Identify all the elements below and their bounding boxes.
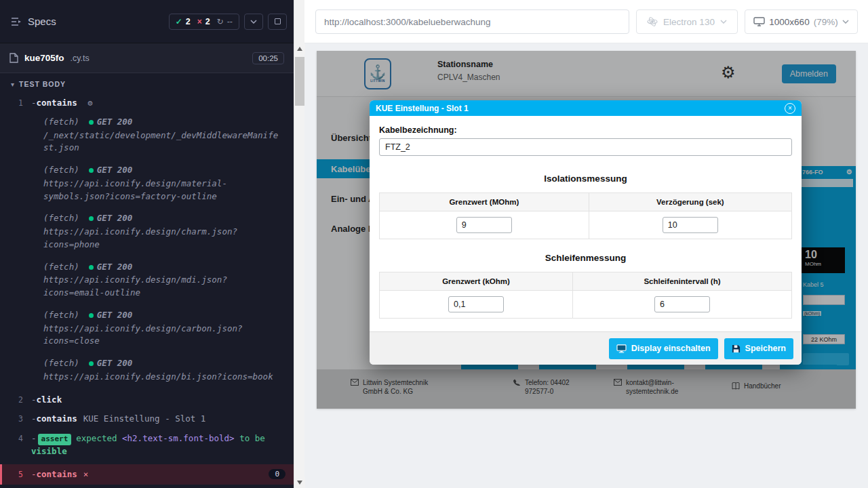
- command-row-assert[interactable]: 4 -assertexpected <h2.text-sm.font-bold>…: [0, 429, 294, 462]
- kue-settings-modal: KUE Einstellung - Slot 1 × Kabelbezeichn…: [370, 100, 802, 365]
- fetch-log-entry[interactable]: (fetch)GET 200 /_next/static/development…: [0, 113, 294, 159]
- chevron-down-icon: ▾: [11, 81, 14, 88]
- line-number: 1: [0, 97, 31, 108]
- scroll-up-button[interactable]: [294, 43, 305, 54]
- save-button[interactable]: Speichern: [724, 338, 793, 359]
- monitor-icon: [753, 17, 765, 26]
- specs-label: Specs: [28, 16, 56, 27]
- isolation-delay-input[interactable]: [663, 217, 718, 233]
- viewport-zoom: (79%): [814, 17, 838, 27]
- line-number: 3: [0, 413, 31, 424]
- chevron-down-icon: [250, 20, 257, 24]
- spec-duration-badge: 00:25: [252, 52, 284, 64]
- status-dot-icon: [89, 361, 94, 366]
- chevron-down-icon: [842, 20, 849, 24]
- scrollbar-thumb[interactable]: [295, 57, 304, 106]
- cross-icon: ×: [197, 17, 202, 26]
- cable-designation-label: Kabelbezeichnung:: [379, 125, 792, 135]
- line-number: 4: [0, 432, 31, 443]
- close-button[interactable]: ×: [785, 103, 795, 114]
- chevron-down-icon: [720, 20, 727, 24]
- close-icon: ×: [788, 105, 792, 112]
- specs-list-icon: [11, 17, 22, 26]
- fetch-log-entry[interactable]: (fetch)GET 200 https://api.iconify.desig…: [0, 161, 294, 207]
- reporter-panel: Specs ✓2 ×2 ↻-- kue705fo .cy.ts 00:25: [0, 0, 294, 488]
- test-stats: ✓2 ×2 ↻--: [169, 14, 239, 30]
- specs-menu[interactable]: Specs: [11, 16, 56, 27]
- loop-heading: Schleifenmessung: [379, 253, 792, 263]
- fetch-log-entry[interactable]: (fetch)GET 200 https://api.iconify.desig…: [0, 258, 294, 304]
- electron-icon: [647, 16, 658, 27]
- failed-count: ×2: [197, 17, 210, 26]
- loop-limit-input[interactable]: [448, 296, 504, 312]
- spec-ext: .cy.ts: [71, 54, 90, 63]
- spec-name: kue705fo: [24, 53, 64, 63]
- status-dot-icon: [89, 120, 94, 125]
- command-row-contains-3[interactable]: 3 -containsKUE Einstellung - Slot 1: [0, 409, 294, 429]
- command-row-contains-failed[interactable]: 5 -contains× 0: [0, 464, 294, 485]
- viewport-size: 1000x660: [769, 17, 809, 27]
- status-dot-icon: [89, 313, 94, 318]
- status-dot-icon: [89, 168, 94, 173]
- aut-toolbar: Electron 130 1000x660 (79%): [304, 0, 868, 43]
- test-body-label: TEST BODY: [19, 80, 66, 88]
- passed-count: ✓2: [176, 17, 191, 26]
- browser-label: Electron 130: [663, 17, 715, 27]
- arrow-down-icon: [297, 481, 302, 485]
- scroll-down-button[interactable]: [294, 477, 305, 488]
- file-icon: [9, 53, 18, 63]
- display-icon: [616, 344, 627, 353]
- isolation-limit-input[interactable]: [456, 217, 512, 233]
- cypress-runner: Specs ✓2 ×2 ↻-- kue705fo .cy.ts 00:25: [0, 0, 868, 488]
- refresh-icon: ↻: [217, 17, 224, 26]
- app-under-test: ⚓ LITTWIN Stationsname CPLV4_Maschen ⚙ A…: [317, 51, 856, 409]
- display-on-button[interactable]: Display einschalten: [609, 338, 718, 359]
- modal-footer: Display einschalten Speichern: [370, 331, 802, 365]
- arrow-up-icon: [297, 47, 302, 51]
- floppy-save-icon: [732, 344, 741, 353]
- url-input[interactable]: [315, 9, 629, 34]
- isolation-col-limit: Grenzwert (MOhm): [380, 193, 589, 211]
- collapse-tests-button[interactable]: [244, 14, 263, 30]
- line-number: 2: [0, 394, 31, 405]
- spec-file-row[interactable]: kue705fo .cy.ts 00:25: [0, 43, 294, 73]
- line-number: 5: [2, 468, 31, 479]
- status-dot-icon: [89, 265, 94, 270]
- isolation-heading: Isolationsmessung: [379, 174, 792, 184]
- command-row-click[interactable]: 2 -click: [0, 390, 294, 410]
- check-icon: ✓: [176, 17, 182, 26]
- viewport-select[interactable]: 1000x660 (79%): [745, 9, 858, 34]
- modal-title: KUE Einstellung - Slot 1: [376, 104, 469, 113]
- fetch-log-entry[interactable]: (fetch)GET 200 https://api.iconify.desig…: [0, 306, 294, 352]
- reporter-scrollbar[interactable]: [294, 0, 304, 488]
- command-log: 1 -contains ⚙ (fetch)GET 200 /_next/stat…: [0, 94, 294, 485]
- test-body-toggle[interactable]: ▾ TEST BODY: [0, 73, 294, 94]
- isolation-col-delay: Verzögerung (sek): [589, 193, 791, 211]
- loop-col-interval: Schleifenintervall (h): [573, 272, 792, 291]
- pending-count: ↻--: [217, 17, 233, 26]
- loop-interval-input[interactable]: [654, 296, 710, 312]
- fetch-log-entry[interactable]: (fetch)GET 200 https://api.iconify.desig…: [0, 354, 294, 388]
- element-count-badge: 0: [269, 469, 285, 479]
- loop-table: Grenzwert (kOhm) Schleifenintervall (h): [379, 272, 792, 319]
- isolation-table: Grenzwert (MOhm) Verzögerung (sek): [379, 192, 792, 239]
- modal-header: KUE Einstellung - Slot 1 ×: [370, 100, 802, 116]
- fetch-log-entry[interactable]: (fetch)GET 200 https://api.iconify.desig…: [0, 209, 294, 255]
- command-row-contains-1[interactable]: 1 -contains ⚙: [0, 94, 294, 113]
- browser-select[interactable]: Electron 130: [636, 9, 738, 34]
- stop-button[interactable]: [268, 14, 287, 30]
- reporter-header: Specs ✓2 ×2 ↻--: [0, 0, 294, 43]
- assert-badge: assert: [38, 434, 72, 445]
- stop-icon: [275, 18, 281, 24]
- loop-col-limit: Grenzwert (kOhm): [380, 272, 573, 291]
- command-options-icon: ⚙: [87, 98, 92, 108]
- cable-designation-input[interactable]: [379, 138, 792, 156]
- status-dot-icon: [89, 216, 94, 221]
